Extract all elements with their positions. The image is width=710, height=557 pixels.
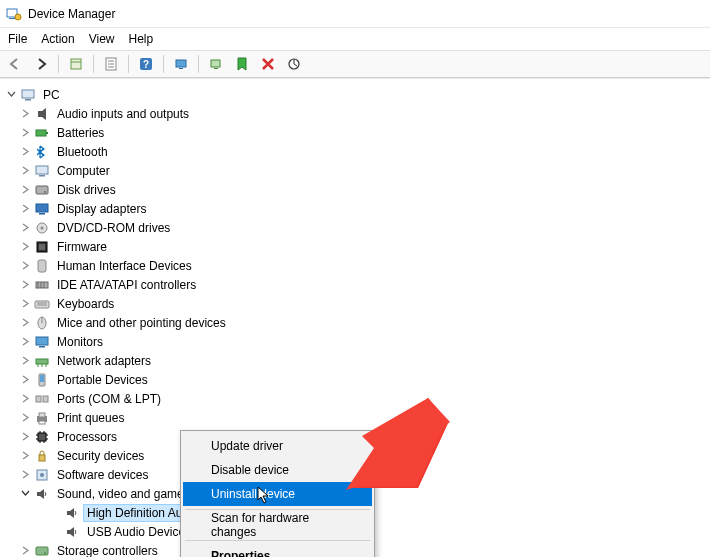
uninstall-device-button[interactable]: [257, 53, 279, 75]
tree-category-label: Disk drives: [54, 182, 119, 198]
tree-category[interactable]: Batteries: [4, 123, 706, 142]
chevron-right-icon[interactable]: [18, 411, 32, 425]
tree-category[interactable]: Ports (COM & LPT): [4, 389, 706, 408]
chevron-right-icon[interactable]: [18, 164, 32, 178]
tree-category-label: Monitors: [54, 334, 106, 350]
svg-rect-18: [38, 111, 42, 117]
svg-rect-14: [214, 68, 218, 69]
chevron-right-icon[interactable]: [18, 145, 32, 159]
svg-rect-69: [36, 547, 48, 555]
tree-category[interactable]: DVD/CD-ROM drives: [4, 218, 706, 237]
tree-root-label: PC: [40, 87, 63, 103]
back-button[interactable]: [4, 53, 26, 75]
chevron-right-icon[interactable]: [18, 221, 32, 235]
context-menu-item[interactable]: Properties: [183, 544, 372, 557]
update-driver-button[interactable]: [205, 53, 227, 75]
chevron-down-icon[interactable]: [4, 88, 18, 102]
mouse-cursor-icon: [257, 486, 271, 504]
chevron-right-icon[interactable]: [18, 107, 32, 121]
tree-category[interactable]: IDE ATA/ATAPI controllers: [4, 275, 706, 294]
tree-category[interactable]: Network adapters: [4, 351, 706, 370]
svg-rect-48: [40, 375, 44, 382]
chevron-down-icon[interactable]: [18, 487, 32, 501]
chevron-right-icon[interactable]: [18, 373, 32, 387]
monitor-icon: [34, 334, 50, 350]
menu-action[interactable]: Action: [41, 32, 74, 46]
properties-button[interactable]: [100, 53, 122, 75]
chevron-right-icon[interactable]: [18, 392, 32, 406]
svg-rect-41: [36, 337, 48, 345]
refresh-button[interactable]: [283, 53, 305, 75]
tree-category[interactable]: Mice and other pointing devices: [4, 313, 706, 332]
chevron-right-icon[interactable]: [18, 240, 32, 254]
security-icon: [34, 448, 50, 464]
chevron-right-icon[interactable]: [18, 126, 32, 140]
chevron-right-icon[interactable]: [18, 278, 32, 292]
chevron-right-icon[interactable]: [18, 335, 32, 349]
firmware-icon: [34, 239, 50, 255]
svg-rect-43: [36, 359, 48, 364]
chevron-right-icon[interactable]: [18, 544, 32, 558]
svg-rect-20: [46, 132, 48, 134]
title-bar: Device Manager: [0, 0, 710, 28]
window-title: Device Manager: [28, 7, 115, 21]
chevron-right-icon[interactable]: [18, 449, 32, 463]
chevron-right-icon[interactable]: [18, 468, 32, 482]
keyboard-icon: [34, 296, 50, 312]
disk-icon: [34, 182, 50, 198]
chevron-right-icon[interactable]: [18, 316, 32, 330]
context-menu-item[interactable]: Disable device: [183, 458, 372, 482]
tree-category[interactable]: Firmware: [4, 237, 706, 256]
svg-point-70: [44, 552, 46, 554]
bluetooth-icon: [34, 144, 50, 160]
tree-category-label: DVD/CD-ROM drives: [54, 220, 173, 236]
computer-icon: [34, 163, 50, 179]
tree-category[interactable]: Portable Devices: [4, 370, 706, 389]
menu-view[interactable]: View: [89, 32, 115, 46]
svg-point-24: [44, 191, 46, 193]
enable-device-button[interactable]: [231, 53, 253, 75]
svg-rect-63: [39, 455, 45, 461]
menu-file[interactable]: File: [8, 32, 27, 46]
device-manager-icon: [6, 6, 22, 22]
tree-category[interactable]: Monitors: [4, 332, 706, 351]
hid-icon: [34, 258, 50, 274]
chevron-right-icon[interactable]: [18, 354, 32, 368]
tree-category-label: Firmware: [54, 239, 110, 255]
menu-help[interactable]: Help: [129, 32, 154, 46]
context-menu-item[interactable]: Uninstall device: [183, 482, 372, 506]
tree-category-label: Network adapters: [54, 353, 154, 369]
help-button[interactable]: ?: [135, 53, 157, 75]
tree-category[interactable]: Disk drives: [4, 180, 706, 199]
svg-rect-3: [71, 59, 81, 69]
tree-category[interactable]: Print queues: [4, 408, 706, 427]
scan-hardware-button[interactable]: [170, 53, 192, 75]
context-menu-item[interactable]: Update driver: [183, 434, 372, 458]
chevron-right-icon[interactable]: [18, 297, 32, 311]
toolbar-separator: [93, 55, 94, 73]
chevron-right-icon[interactable]: [18, 183, 32, 197]
chevron-right-icon[interactable]: [18, 202, 32, 216]
svg-rect-12: [179, 68, 183, 69]
tree-category-label: IDE ATA/ATAPI controllers: [54, 277, 199, 293]
chevron-right-icon[interactable]: [18, 259, 32, 273]
svg-rect-16: [22, 90, 34, 98]
tree-category[interactable]: Display adapters: [4, 199, 706, 218]
tree-category[interactable]: Human Interface Devices: [4, 256, 706, 275]
show-hidden-button[interactable]: [65, 53, 87, 75]
software-icon: [34, 467, 50, 483]
tree-device-label: High Definition Aud: [84, 505, 192, 521]
tree-category[interactable]: Computer: [4, 161, 706, 180]
chevron-right-icon[interactable]: [18, 430, 32, 444]
tree-category[interactable]: Keyboards: [4, 294, 706, 313]
mouse-icon: [34, 315, 50, 331]
toolbar-separator: [128, 55, 129, 73]
tree-category[interactable]: Bluetooth: [4, 142, 706, 161]
tree-root[interactable]: PC: [4, 85, 706, 104]
svg-point-2: [15, 14, 21, 20]
print-icon: [34, 410, 50, 426]
forward-button[interactable]: [30, 53, 52, 75]
context-menu-item[interactable]: Scan for hardware changes: [183, 513, 372, 537]
processor-icon: [34, 429, 50, 445]
tree-category[interactable]: Audio inputs and outputs: [4, 104, 706, 123]
